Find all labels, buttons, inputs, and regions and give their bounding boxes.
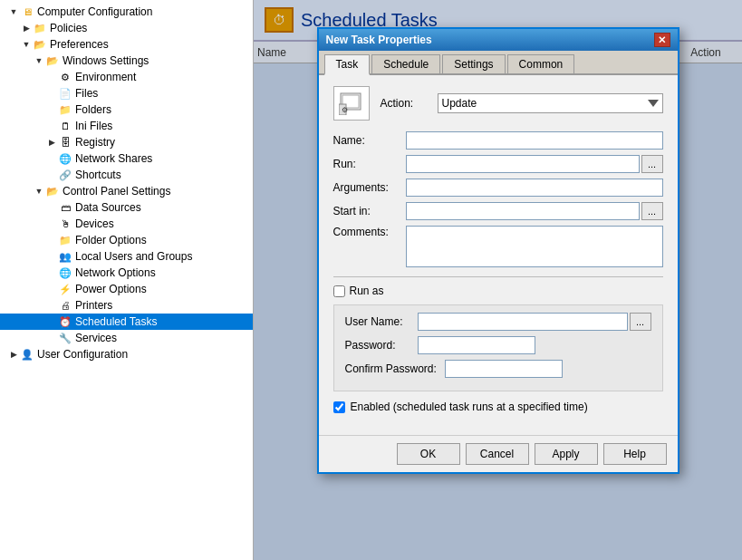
sidebar-item-power-options[interactable]: ▶ ⚡ Power Options — [0, 281, 253, 297]
sidebar-label: Scheduled Tasks — [75, 315, 158, 328]
sidebar-label: Environment — [75, 71, 136, 83]
expand-arrow: ▼ — [33, 185, 45, 198]
divider — [333, 276, 663, 277]
sidebar-label: Network Options — [75, 266, 156, 279]
run-browse-button[interactable]: ... — [641, 155, 663, 173]
user-name-browse-button[interactable]: ... — [630, 313, 651, 331]
password-row: Password: — [345, 336, 651, 354]
run-label: Run: — [333, 158, 406, 170]
sidebar-label: Registry — [75, 136, 115, 149]
services-icon: 🔧 — [58, 331, 72, 345]
preferences-icon: 📂 — [33, 37, 47, 52]
sidebar-label: Folders — [75, 103, 111, 116]
action-field-label: Action: — [381, 97, 430, 110]
user-name-input[interactable] — [418, 313, 628, 331]
dialog-close-button[interactable]: ✕ — [654, 33, 670, 47]
enabled-row: Enabled (scheduled task runs at a specif… — [333, 401, 663, 413]
sidebar-label: Data Sources — [75, 201, 141, 214]
sidebar-item-user-config[interactable]: ▶ 👤 User Configuration — [0, 346, 253, 362]
comments-textarea[interactable] — [406, 226, 663, 267]
password-label: Password: — [345, 339, 418, 352]
sidebar-item-preferences[interactable]: ▼ 📂 Preferences — [0, 36, 253, 53]
cancel-button[interactable]: Cancel — [466, 443, 529, 465]
sidebar-label: Ini Files — [75, 120, 112, 132]
run-as-row: Run as — [333, 285, 663, 297]
start-in-label: Start in: — [333, 205, 406, 217]
sidebar-item-files[interactable]: ▶ 📄 Files — [0, 85, 253, 101]
sidebar-label: Computer Configuration — [37, 5, 152, 18]
sidebar-item-windows-settings[interactable]: ▼ 📂 Windows Settings — [0, 53, 253, 69]
action-dropdown[interactable]: Update Create Replace Delete — [438, 93, 663, 113]
sidebar-item-local-users[interactable]: ▶ 👥 Local Users and Groups — [0, 248, 253, 265]
sidebar-item-services[interactable]: ▶ 🔧 Services — [0, 330, 253, 346]
computer-config-icon: 🖥 — [20, 5, 34, 19]
sidebar-item-printers[interactable]: ▶ 🖨 Printers — [0, 297, 253, 314]
sidebar-label: User Configuration — [37, 348, 128, 361]
password-input[interactable] — [418, 336, 535, 354]
dialog-body: ⚙ Action: Update Create Replace Delete — [319, 75, 678, 435]
network-shares-icon: 🌐 — [58, 151, 72, 166]
start-in-input[interactable] — [406, 202, 640, 220]
sidebar-item-folders[interactable]: ▶ 📁 Folders — [0, 101, 253, 118]
tab-schedule[interactable]: Schedule — [371, 54, 440, 73]
sidebar-label: Printers — [75, 299, 112, 312]
sidebar-label: Preferences — [50, 38, 109, 51]
data-sources-icon: 🗃 — [58, 200, 72, 215]
sidebar-item-devices[interactable]: ▶ 🖱 Devices — [0, 216, 253, 232]
ok-button[interactable]: OK — [397, 443, 460, 465]
enabled-label: Enabled (scheduled task runs at a specif… — [351, 401, 588, 413]
sidebar-label: Files — [75, 87, 98, 100]
expand-arrow: ▼ — [7, 5, 20, 18]
svg-text:⚙: ⚙ — [342, 106, 348, 114]
user-section: User Name: ... Password: Confirm Passwor… — [333, 304, 663, 391]
sidebar-item-control-panel[interactable]: ▼ 📂 Control Panel Settings — [0, 183, 253, 199]
run-input[interactable] — [406, 155, 640, 173]
sidebar-label: Power Options — [75, 283, 147, 295]
tab-task[interactable]: Task — [324, 54, 371, 75]
sidebar-item-network-options[interactable]: ▶ 🌐 Network Options — [0, 265, 253, 281]
ini-icon: 🗒 — [58, 119, 72, 133]
sidebar-item-environment[interactable]: ▶ ⚙ Environment — [0, 69, 253, 85]
tab-common[interactable]: Common — [507, 54, 575, 73]
name-label: Name: — [333, 134, 406, 147]
dialog-tabs: Task Schedule Settings Common — [319, 51, 678, 75]
sidebar: ▼ 🖥 Computer Configuration ▶ 📁 Policies … — [0, 0, 254, 560]
dialog: New Task Properties ✕ Task Schedule Sett… — [317, 27, 679, 474]
local-users-icon: 👥 — [58, 249, 72, 264]
sidebar-label: Devices — [75, 217, 114, 230]
sidebar-item-ini-files[interactable]: ▶ 🗒 Ini Files — [0, 118, 253, 134]
help-button[interactable]: Help — [603, 443, 667, 465]
printers-icon: 🖨 — [58, 298, 72, 313]
sidebar-item-scheduled-tasks[interactable]: ▶ ⏰ Scheduled Tasks — [0, 314, 253, 330]
expand-arrow: ▶ — [45, 136, 58, 149]
name-input[interactable] — [406, 131, 663, 150]
sidebar-item-policies[interactable]: ▶ 📁 Policies — [0, 20, 253, 36]
sidebar-label: Folder Options — [75, 234, 147, 246]
dialog-buttons: OK Cancel Apply Help — [319, 435, 678, 472]
apply-button[interactable]: Apply — [535, 443, 598, 465]
arguments-input[interactable] — [406, 179, 663, 197]
content-area: ⏱ Scheduled Tasks Name Order Action New … — [254, 0, 742, 560]
enabled-checkbox[interactable] — [333, 401, 345, 413]
environment-icon: ⚙ — [58, 70, 72, 84]
registry-icon: 🗄 — [58, 135, 72, 150]
modal-overlay: New Task Properties ✕ Task Schedule Sett… — [254, 0, 742, 560]
sidebar-item-folder-options[interactable]: ▶ 📁 Folder Options — [0, 232, 253, 248]
confirm-password-input[interactable] — [445, 360, 563, 378]
sidebar-item-computer-config[interactable]: ▼ 🖥 Computer Configuration — [0, 4, 253, 20]
sidebar-item-data-sources[interactable]: ▶ 🗃 Data Sources — [0, 199, 253, 216]
start-in-browse-button[interactable]: ... — [641, 202, 663, 220]
files-icon: 📄 — [58, 86, 72, 101]
sidebar-item-shortcuts[interactable]: ▶ 🔗 Shortcuts — [0, 167, 253, 183]
run-as-label: Run as — [350, 285, 384, 297]
arguments-row: Arguments: — [333, 179, 663, 197]
sidebar-item-registry[interactable]: ▶ 🗄 Registry — [0, 134, 253, 150]
sidebar-label: Network Shares — [75, 152, 152, 165]
sidebar-label: Services — [75, 332, 117, 344]
sidebar-label: Control Panel Settings — [63, 185, 170, 198]
tab-settings[interactable]: Settings — [442, 54, 505, 73]
shortcuts-icon: 🔗 — [58, 168, 72, 182]
run-as-checkbox[interactable] — [333, 285, 345, 297]
task-preview-icon: ⚙ — [333, 86, 370, 121]
sidebar-item-network-shares[interactable]: ▶ 🌐 Network Shares — [0, 150, 253, 167]
